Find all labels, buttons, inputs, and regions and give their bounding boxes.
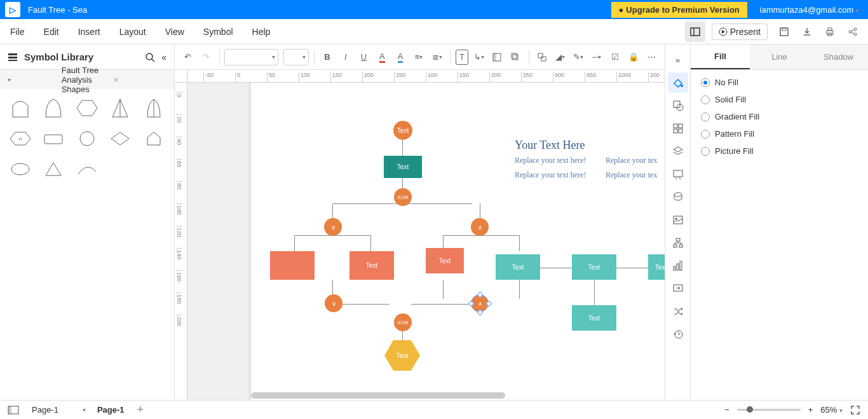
menu-edit[interactable]: Edit [44, 27, 59, 37]
chart-tool-icon[interactable] [668, 256, 688, 276]
node-top-circle[interactable]: Text [393, 121, 412, 140]
node-rect-left[interactable] [270, 251, 315, 280]
fill-tool-icon[interactable] [668, 72, 688, 93]
connector[interactable] [519, 280, 520, 299]
node-xor1[interactable]: XOR [394, 188, 412, 206]
page-tab[interactable]: Page-1 [91, 402, 131, 417]
connector[interactable] [519, 235, 520, 251]
group-button[interactable] [534, 48, 550, 67]
expand-panel-icon[interactable]: » [668, 50, 688, 70]
shape-undeveloped[interactable] [39, 95, 67, 121]
menu-insert[interactable]: Insert [78, 27, 100, 37]
node-rect-1[interactable]: Text [349, 251, 394, 280]
shape-ellipse[interactable] [6, 156, 34, 182]
app-logo[interactable]: ▷ [5, 2, 20, 17]
upgrade-button[interactable]: ●Upgrade to Premium Version [611, 2, 747, 18]
italic-button[interactable]: I [337, 48, 353, 67]
menu-symbol[interactable]: Symbol [203, 27, 233, 37]
menu-layout[interactable]: Layout [119, 27, 146, 37]
font-color-button[interactable]: A [374, 48, 390, 67]
font-size-select[interactable]: ▾ [283, 49, 309, 65]
bold-button[interactable]: B [319, 48, 335, 67]
node-hexagon[interactable]: Text [384, 340, 420, 371]
align-h-button[interactable]: ≡▾ [411, 48, 427, 67]
align-v-button[interactable]: ≣▾ [429, 48, 445, 67]
lock-button[interactable]: 🔒 [626, 48, 642, 67]
shape-n-gate[interactable]: n [6, 126, 34, 151]
line-color-button[interactable]: ✎▾ [571, 48, 587, 67]
connector[interactable] [536, 268, 574, 268]
node-rect-6[interactable]: Text [572, 305, 616, 331]
connector[interactable] [332, 203, 333, 219]
connector[interactable] [612, 268, 650, 268]
placeholder-text-1b[interactable]: Replace your tex [606, 156, 657, 165]
tab-shadow[interactable]: Shadow [809, 45, 868, 69]
shape-triangle-in[interactable] [106, 95, 134, 121]
link-tool-icon[interactable] [668, 278, 688, 299]
undo-button[interactable]: ↶ [180, 48, 196, 67]
fill-option-picture[interactable]: Picture Fill [701, 146, 858, 156]
node-or-left[interactable]: ∨ [324, 218, 342, 236]
connector-button[interactable]: ↳▾ [471, 48, 487, 67]
shape-tool-icon[interactable] [668, 95, 688, 116]
tab-line[interactable]: Line [750, 45, 809, 69]
connector[interactable] [480, 203, 480, 219]
font-family-select[interactable]: ▾ [224, 49, 278, 65]
placeholder-text-2b[interactable]: Replace your tex [606, 170, 657, 180]
checkbox-button[interactable]: ☑ [607, 48, 623, 67]
node-rect-3[interactable]: Text [496, 254, 540, 280]
redo-button[interactable]: ↷ [198, 48, 214, 67]
image-tool-icon[interactable] [668, 210, 688, 230]
zoom-out-button[interactable]: − [724, 405, 729, 415]
slideshow-tool-icon[interactable] [668, 164, 688, 184]
connector[interactable] [443, 280, 444, 299]
zoom-slider[interactable] [737, 409, 801, 411]
fill-option-none[interactable]: No Fill [701, 78, 858, 87]
fill-option-pattern[interactable]: Pattern Fill [701, 129, 858, 139]
node-rect-2[interactable]: Text [426, 248, 464, 273]
node-rect-4[interactable]: Text [572, 254, 616, 280]
node-and-right[interactable]: ∧ [471, 218, 489, 236]
save-icon[interactable] [774, 22, 794, 42]
shape-triangle[interactable] [39, 156, 67, 182]
tab-fill[interactable]: Fill [691, 45, 750, 69]
menu-file[interactable]: File [10, 27, 25, 37]
canvas[interactable]: -500501001502002501001502002509009501000… [175, 70, 665, 400]
panel-toggle-icon[interactable] [8, 406, 19, 415]
node-xor2[interactable]: XOR [394, 313, 412, 331]
shape-category-header[interactable]: ▾Fault Tree Analysis Shapes× [0, 70, 174, 89]
download-icon[interactable] [797, 22, 817, 42]
container-button[interactable] [489, 48, 505, 67]
underline-button[interactable]: U [356, 48, 372, 67]
drawing-page[interactable]: Text Text XOR ∨ ∧ Text Text Text Text Te… [251, 83, 665, 400]
history-tool-icon[interactable] [668, 324, 688, 345]
user-menu[interactable]: iammurtaza4@gmail.com ▾ [760, 5, 859, 15]
shape-rect[interactable] [39, 126, 67, 151]
shape-circle[interactable] [73, 126, 101, 151]
present-button[interactable]: Present [712, 24, 768, 40]
shape-arc[interactable] [73, 156, 101, 182]
shuffle-tool-icon[interactable] [668, 301, 688, 322]
shape-basic-event[interactable] [6, 95, 34, 121]
search-icon[interactable] [145, 52, 155, 62]
fill-option-gradient[interactable]: Gradient Fill [701, 112, 858, 121]
data-tool-icon[interactable] [668, 187, 688, 207]
more-button[interactable]: ⋯ [644, 48, 660, 67]
shape-triangle-out[interactable] [140, 95, 168, 121]
focus-mode-icon[interactable] [685, 22, 705, 42]
highlight-button[interactable]: A [393, 48, 409, 67]
fill-color-button[interactable]: ◢▾ [552, 48, 568, 67]
placeholder-text-2a[interactable]: Replace your text here! [515, 170, 586, 180]
text-tool-button[interactable]: T [456, 50, 468, 65]
collapse-icon[interactable]: « [161, 52, 166, 62]
placeholder-text-1a[interactable]: Replace your text here! [515, 156, 586, 165]
tree-tool-icon[interactable] [668, 233, 688, 253]
zoom-in-button[interactable]: + [808, 405, 813, 415]
menu-view[interactable]: View [165, 27, 184, 37]
heading-text[interactable]: Your Text Here [515, 139, 585, 152]
menu-help[interactable]: Help [252, 27, 271, 37]
connector[interactable] [370, 235, 371, 251]
fill-option-solid[interactable]: Solid Fill [701, 95, 858, 104]
copy-style-button[interactable] [508, 48, 524, 67]
shape-hexagon[interactable] [73, 95, 101, 121]
